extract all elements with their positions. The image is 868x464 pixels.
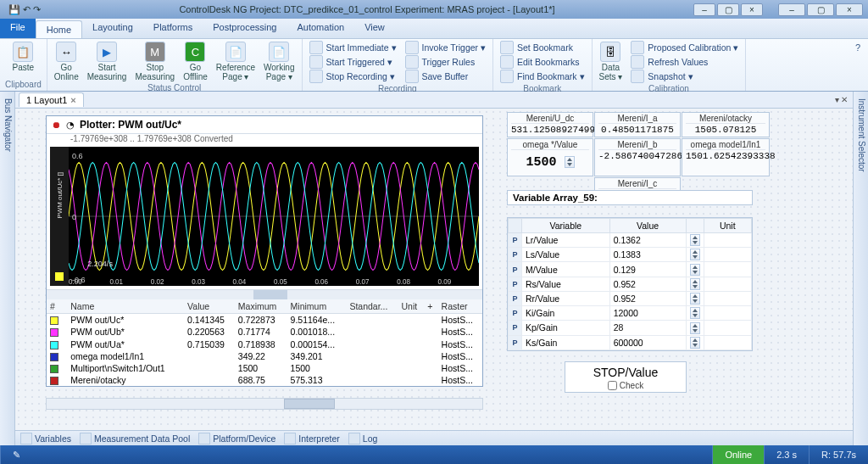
stepper-icon[interactable] xyxy=(690,234,700,246)
side-bus-navigator[interactable]: Bus Navigator xyxy=(3,95,14,442)
undo-icon[interactable]: ↶ xyxy=(23,4,31,15)
data-sets-button[interactable]: 🗄Data Sets ▾ xyxy=(598,41,625,82)
table-row[interactable]: PWM out/Uc*0.1413450.7228739.51164e...Ho… xyxy=(47,314,482,327)
working-page-button[interactable]: 📄Working Page ▾ xyxy=(262,41,297,82)
svg-text:0.08: 0.08 xyxy=(397,278,410,286)
paste-button[interactable]: 📋Paste xyxy=(11,41,36,73)
stepper-icon[interactable] xyxy=(690,249,700,260)
stepper-icon[interactable] xyxy=(690,337,700,349)
stop-label: STOP/Value xyxy=(565,366,686,379)
stepper-icon[interactable] xyxy=(690,293,700,305)
table-row[interactable]: Mereni/otacky688.75575.313HostS... xyxy=(47,374,482,386)
stepper-icon[interactable] xyxy=(690,307,700,319)
canvas-hscrollbar[interactable] xyxy=(46,398,483,410)
readout-cell: Mereni/I_b-2.58674004728699 xyxy=(594,138,681,176)
stop-recording-button[interactable]: Stop Recording ▾ xyxy=(309,70,397,83)
table-row[interactable]: PLs/Value0.1383 xyxy=(509,248,752,262)
readout-cell: omega model1/In11501.62542393338 xyxy=(682,138,770,176)
snapshot-button[interactable]: Snapshot ▾ xyxy=(631,70,738,83)
go-offline-button[interactable]: CGo Offline xyxy=(181,41,209,82)
y-axis-label: PWM out/Uc* [] xyxy=(56,172,64,219)
dock-icon[interactable]: ▾ xyxy=(835,95,839,104)
close-icon[interactable]: × xyxy=(70,95,75,105)
edit-bookmarks-button[interactable]: Edit Bookmarks xyxy=(500,55,585,69)
table-row[interactable]: PWM out/Ua*0.7150390.7189380.000154...Ho… xyxy=(47,338,482,349)
panel-close-icon[interactable]: ✕ xyxy=(841,95,848,104)
tab-file[interactable]: File xyxy=(0,19,36,38)
svg-text:0.06: 0.06 xyxy=(314,278,328,286)
tab-layouting[interactable]: Layouting xyxy=(82,19,143,38)
maximize-button[interactable]: ▢ xyxy=(807,3,834,16)
table-row[interactable]: PKp/Gain28 xyxy=(509,321,752,335)
tab-home[interactable]: Home xyxy=(36,20,82,38)
save-icon[interactable]: 💾 xyxy=(8,4,20,15)
table-row[interactable]: PKi/Gain12000 xyxy=(509,306,752,321)
stepper-icon[interactable] xyxy=(690,322,700,334)
refresh-values-button[interactable]: Refresh Values xyxy=(631,55,738,69)
stop-measuring-button[interactable]: MStop Measuring xyxy=(133,41,176,82)
start-immediate-button[interactable]: Start Immediate ▾ xyxy=(309,41,397,54)
tab-automation[interactable]: Automation xyxy=(287,19,354,38)
set-bookmark-button[interactable]: Set Bookmark xyxy=(500,41,585,54)
btab-measurement-data-pool[interactable]: Measurement Data Pool xyxy=(80,433,190,444)
table-row[interactable]: PRr/Value0.952 xyxy=(509,291,752,305)
svg-text:0.03: 0.03 xyxy=(192,278,205,286)
svg-text:0.02: 0.02 xyxy=(151,278,164,286)
table-row[interactable]: PWM out/Ub*0.2205630.717740.001018...Hos… xyxy=(47,326,482,338)
legend-swatch xyxy=(55,272,64,281)
stepper-icon[interactable] xyxy=(690,278,700,290)
btab-interpreter[interactable]: Interpreter xyxy=(284,433,339,444)
ribbon-tabstrip: File Home Layouting Platforms Postproces… xyxy=(0,19,868,39)
tab-platforms[interactable]: Platforms xyxy=(143,19,203,38)
stepper-icon[interactable] xyxy=(565,156,575,168)
stop-checkbox[interactable]: Check xyxy=(565,381,686,390)
ribbon-help-icon[interactable]: ? xyxy=(848,39,868,91)
svg-text:0.04: 0.04 xyxy=(233,278,247,286)
btab-log[interactable]: Log xyxy=(348,433,378,444)
table-row[interactable]: PKs/Gain600000 xyxy=(509,335,752,349)
tab-view[interactable]: View xyxy=(354,19,395,38)
titlebar: 💾 ↶ ↷ ControlDesk NG Project: DTC_predik… xyxy=(0,0,868,19)
btab-variables[interactable]: Variables xyxy=(20,433,71,444)
group-clipboard: Clipboard xyxy=(5,79,42,89)
record-icon[interactable]: ⏺ xyxy=(52,120,61,130)
layout-tab[interactable]: 1 Layout1 × xyxy=(19,92,84,107)
plot-area[interactable]: PWM out/Uc* [] 0.6 0 -0.6 2.204/s 0.000.… xyxy=(50,147,479,286)
layout-tab-label: 1 Layout1 xyxy=(26,95,67,105)
inner-maximize-button[interactable]: ▢ xyxy=(717,3,739,16)
plot-scrollbar[interactable] xyxy=(47,289,482,299)
redo-icon[interactable]: ↷ xyxy=(33,4,41,15)
status-remaining: R: 57.7s xyxy=(809,445,868,464)
stop-control: STOP/Value Check xyxy=(565,361,687,393)
inner-close-button[interactable]: × xyxy=(741,3,763,16)
side-instrument-selector[interactable]: Instrument Selector xyxy=(856,95,867,442)
stepper-icon[interactable] xyxy=(690,264,700,276)
table-row[interactable]: omega model1/In1349.22349.201HostS... xyxy=(47,350,482,362)
readout-cell: Mereni/otacky1505.078125 xyxy=(682,112,770,137)
table-row[interactable]: Multiport\nSwitch1/Out115001500HostS... xyxy=(47,362,482,374)
find-bookmark-button[interactable]: Find Bookmark ▾ xyxy=(500,70,585,83)
btab-platform-device[interactable]: Platform/Device xyxy=(198,433,275,444)
invoke-trigger-button[interactable]: Invoke Trigger ▾ xyxy=(405,41,486,54)
start-measuring-button[interactable]: ▶Start Measuring xyxy=(86,41,129,82)
layout-canvas[interactable]: ⏺ ◔ Plotter: PWM out/Uc* -1.79769e+308 .… xyxy=(15,109,853,430)
inner-minimize-button[interactable]: – xyxy=(693,3,715,16)
tab-postprocessing[interactable]: Postprocessing xyxy=(203,19,287,38)
proposed-calibration-button[interactable]: Proposed Calibration ▾ xyxy=(631,41,738,54)
close-button[interactable]: × xyxy=(836,3,863,16)
minimize-button[interactable]: – xyxy=(778,3,805,16)
table-row[interactable]: PLr/Value0.1362 xyxy=(509,233,752,248)
table-row[interactable]: PRs/Value0.952 xyxy=(509,277,752,291)
reference-page-button[interactable]: 📄Reference Page ▾ xyxy=(214,41,257,82)
scope-icon[interactable]: ◔ xyxy=(66,120,75,131)
svg-text:0.05: 0.05 xyxy=(274,278,287,286)
variable-array-table: VariableValueUnit PLr/Value0.1362PLs/Val… xyxy=(507,217,753,351)
readout-cell: Mereni/U_dc531.125089274993 xyxy=(507,112,593,137)
trigger-rules-button[interactable]: Trigger Rules xyxy=(405,55,486,69)
signal-table: #NameValueMaximumMinimumStandar...Unit+R… xyxy=(47,299,482,386)
status-edit-icon[interactable]: ✎ xyxy=(0,445,32,464)
go-online-button[interactable]: ↔Go Online xyxy=(53,41,81,82)
start-triggered-button[interactable]: Start Triggered ▾ xyxy=(309,55,397,69)
save-buffer-button[interactable]: Save Buffer xyxy=(405,70,486,83)
table-row[interactable]: PM/Value0.129 xyxy=(509,262,752,277)
